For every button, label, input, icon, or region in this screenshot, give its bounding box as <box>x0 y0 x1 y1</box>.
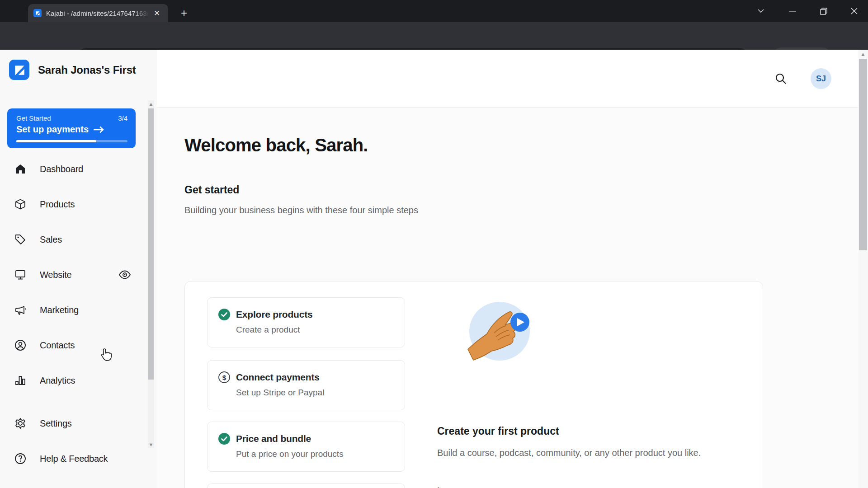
dashboard-content: Welcome back, Sarah. Get started Buildin… <box>157 108 858 488</box>
sidebar-item-settings[interactable]: Settings <box>0 406 145 441</box>
page-scroll-up-icon[interactable]: ▲ <box>858 50 868 59</box>
search-icon[interactable] <box>771 69 791 89</box>
sidebar-item-marketing[interactable]: Marketing <box>0 292 145 328</box>
tag-icon <box>14 234 26 245</box>
window-close-button[interactable] <box>844 0 864 22</box>
person-circle-icon <box>14 339 26 351</box>
checklist-card-connect-payments[interactable]: $ Connect payments Set up Stripe or Payp… <box>207 360 405 410</box>
page-scrollbar[interactable]: ▲ <box>858 50 868 488</box>
avatar[interactable]: SJ <box>811 68 831 89</box>
checklist-card-price-and-bundle[interactable]: Price and bundle Put a price on your pro… <box>207 422 405 472</box>
cube-icon <box>14 198 26 210</box>
sidebar-scrollbar-thumb[interactable] <box>148 108 154 380</box>
sidebar-nav: Dashboard Products Sales Website Marketi… <box>0 151 145 398</box>
kajabi-app: Sarah Jonas's First Get Started 3/4 Set … <box>0 50 868 488</box>
get-started-label: Get Started <box>16 114 51 122</box>
sidebar-item-sales[interactable]: Sales <box>0 222 145 257</box>
window-minimize-button[interactable] <box>782 0 803 22</box>
learn-more-link[interactable]: Learn more <box>437 486 486 488</box>
tab-title: Kajabi - /admin/sites/2147647163/dashboa… <box>46 9 149 17</box>
sidebar-item-website[interactable]: Website <box>0 257 145 292</box>
page-scrollbar-thumb[interactable] <box>859 59 867 250</box>
browser-toolbar: app.kajabi.com/admin/sites/2147647163/da… <box>0 22 868 50</box>
get-started-card[interactable]: Get Started 3/4 Set up payments <box>7 108 136 148</box>
hand-cursor-illustration <box>467 299 535 362</box>
get-started-progress-track <box>16 140 127 142</box>
site-name: Sarah Jonas's First <box>38 64 136 76</box>
tab-search-chevron-icon[interactable] <box>750 0 771 22</box>
get-started-section-subtitle: Building your business begins with these… <box>184 205 418 216</box>
get-started-panel: Explore products Create a product $ Conn… <box>184 281 763 488</box>
site-brand[interactable]: Sarah Jonas's First <box>9 60 136 80</box>
sidebar-item-dashboard[interactable]: Dashboard <box>0 151 145 187</box>
sidebar-scroll-down-icon[interactable]: ▼ <box>148 441 154 448</box>
window-restore-button[interactable] <box>813 0 834 22</box>
browser-tab[interactable]: Kajabi - /admin/sites/2147647163/dashboa… <box>28 4 168 22</box>
dollar-circle-icon: $ <box>218 371 230 383</box>
sidebar-scroll-up-icon[interactable]: ▲ <box>148 100 154 108</box>
sidebar-item-help-feedback[interactable]: Help & Feedback <box>0 441 145 476</box>
kajabi-logo-icon <box>9 60 29 80</box>
svg-text:$: $ <box>222 374 226 381</box>
get-started-section-title: Get started <box>184 184 239 196</box>
promo-description: Build a course, podcast, community, or a… <box>437 448 701 458</box>
bar-chart-icon <box>14 375 26 386</box>
sidebar-item-analytics[interactable]: Analytics <box>0 363 145 398</box>
mouse-cursor-icon <box>100 348 112 361</box>
top-header: SJ <box>157 50 858 108</box>
gear-icon <box>14 418 26 429</box>
sidebar-scrollbar[interactable]: ▲ ▼ <box>148 100 154 448</box>
get-started-count: 3/4 <box>118 114 127 122</box>
check-circle-icon <box>218 433 230 445</box>
browser-tab-strip: Kajabi - /admin/sites/2147647163/dashboa… <box>0 0 868 22</box>
sidebar-footer-nav: Settings Help & Feedback <box>0 406 145 476</box>
help-circle-icon <box>14 453 26 465</box>
kajabi-favicon-icon <box>33 9 42 17</box>
website-preview-eye-icon[interactable] <box>118 270 131 279</box>
sidebar: Sarah Jonas's First Get Started 3/4 Set … <box>0 50 157 488</box>
new-tab-button[interactable]: + <box>177 6 191 20</box>
get-started-cta: Set up payments <box>16 124 89 135</box>
promo-title: Create your first product <box>437 425 559 437</box>
home-icon <box>14 163 26 175</box>
arrow-right-icon <box>93 126 104 133</box>
page-title: Welcome back, Sarah. <box>184 135 368 155</box>
get-started-progress-fill <box>16 140 96 142</box>
monitor-icon <box>14 269 26 281</box>
tab-close-icon[interactable]: ✕ <box>154 9 160 17</box>
checklist-card-brand-your-experience[interactable]: Brand your experience Customize your che… <box>207 483 405 488</box>
check-circle-icon <box>218 309 230 320</box>
sidebar-item-contacts[interactable]: Contacts <box>0 328 145 363</box>
checklist-card-explore-products[interactable]: Explore products Create a product <box>207 297 405 347</box>
sidebar-item-products[interactable]: Products <box>0 187 145 222</box>
megaphone-icon <box>14 304 26 316</box>
